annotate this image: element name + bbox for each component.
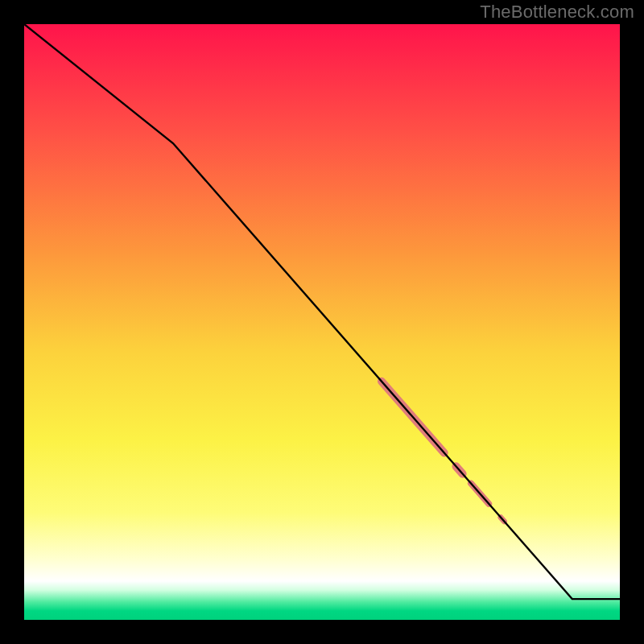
curve-overlay [24, 24, 620, 620]
chart-stage: TheBottleneck.com [0, 0, 644, 644]
watermark-label: TheBottleneck.com [480, 2, 634, 23]
plot-area [24, 24, 620, 620]
bottleneck-curve [24, 24, 620, 599]
